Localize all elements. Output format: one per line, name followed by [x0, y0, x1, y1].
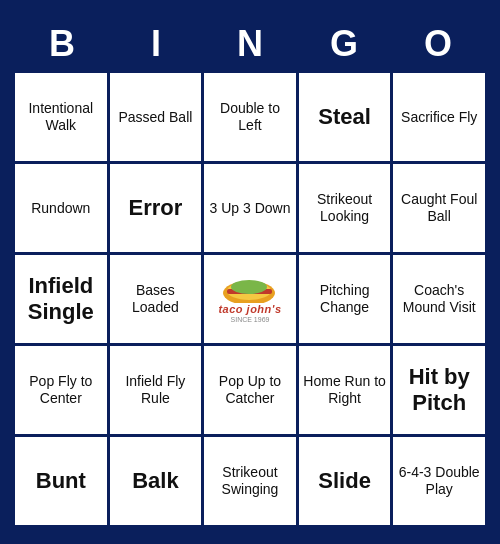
- bingo-letter: B: [15, 19, 109, 69]
- bingo-cell: Steal: [299, 73, 391, 161]
- svg-point-3: [231, 280, 267, 294]
- bingo-cell: Intentional Walk: [15, 73, 107, 161]
- bingo-letter: N: [203, 19, 297, 69]
- bingo-cell: 6-4-3 Double Play: [393, 437, 485, 525]
- bingo-letter: I: [109, 19, 203, 69]
- bingo-cell: Pitching Change: [299, 255, 391, 343]
- bingo-cell: Caught Foul Ball: [393, 164, 485, 252]
- bingo-cell: Pop Fly to Center: [15, 346, 107, 434]
- bingo-cell: Balk: [110, 437, 202, 525]
- bingo-cell: Bases Loaded: [110, 255, 202, 343]
- bingo-cell: Pop Up to Catcher: [204, 346, 296, 434]
- bingo-cell: Sacrifice Fly: [393, 73, 485, 161]
- bingo-header: BINGO: [15, 19, 485, 69]
- bingo-cell: Strikeout Looking: [299, 164, 391, 252]
- bingo-card: BINGO Intentional WalkPassed BallDouble …: [5, 9, 495, 535]
- bingo-cell: Slide: [299, 437, 391, 525]
- bingo-cell: Hit by Pitch: [393, 346, 485, 434]
- bingo-cell: Passed Ball: [110, 73, 202, 161]
- bingo-cell: Infield Fly Rule: [110, 346, 202, 434]
- bingo-grid: Intentional WalkPassed BallDouble to Lef…: [15, 73, 485, 525]
- bingo-cell: Strikeout Swinging: [204, 437, 296, 525]
- bingo-cell: Bunt: [15, 437, 107, 525]
- bingo-cell: Error: [110, 164, 202, 252]
- bingo-cell: Infield Single: [15, 255, 107, 343]
- bingo-cell: Home Run to Right: [299, 346, 391, 434]
- bingo-cell: Double to Left: [204, 73, 296, 161]
- bingo-cell: 3 Up 3 Down: [204, 164, 296, 252]
- taco-johns-logo: taco john's SINCE 1969: [204, 255, 296, 343]
- bingo-cell: taco john's SINCE 1969: [204, 255, 296, 343]
- bingo-letter: O: [391, 19, 485, 69]
- bingo-cell: Rundown: [15, 164, 107, 252]
- bingo-letter: G: [297, 19, 391, 69]
- bingo-cell: Coach's Mound Visit: [393, 255, 485, 343]
